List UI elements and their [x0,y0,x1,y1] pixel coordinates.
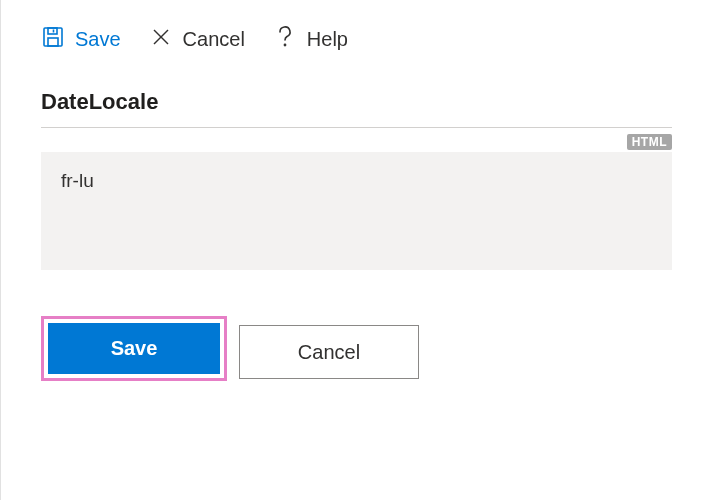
svg-rect-1 [48,28,57,34]
toolbar-save-button[interactable]: Save [41,25,121,54]
toolbar-save-label: Save [75,28,121,51]
close-icon [149,25,173,54]
toolbar-cancel-button[interactable]: Cancel [149,25,245,54]
badge-row: HTML [41,134,672,150]
toolbar-help-button[interactable]: Help [273,24,348,55]
save-button[interactable]: Save [48,323,220,374]
svg-rect-2 [48,38,58,46]
panel: Save Cancel Help DateLocale HT [0,0,712,500]
cancel-button[interactable]: Cancel [239,325,419,379]
html-badge: HTML [627,134,672,150]
toolbar-help-label: Help [307,28,348,51]
content-area: DateLocale HTML fr-lu [1,75,712,270]
toolbar-cancel-label: Cancel [183,28,245,51]
save-button-highlight: Save [41,316,227,381]
svg-point-6 [284,44,285,45]
button-row: Save Cancel [1,270,712,381]
help-icon [273,24,297,55]
save-icon [41,25,65,54]
editor-box[interactable]: fr-lu [41,152,672,270]
editor-value: fr-lu [61,170,94,191]
toolbar: Save Cancel Help [1,0,712,75]
field-label: DateLocale [41,89,672,128]
